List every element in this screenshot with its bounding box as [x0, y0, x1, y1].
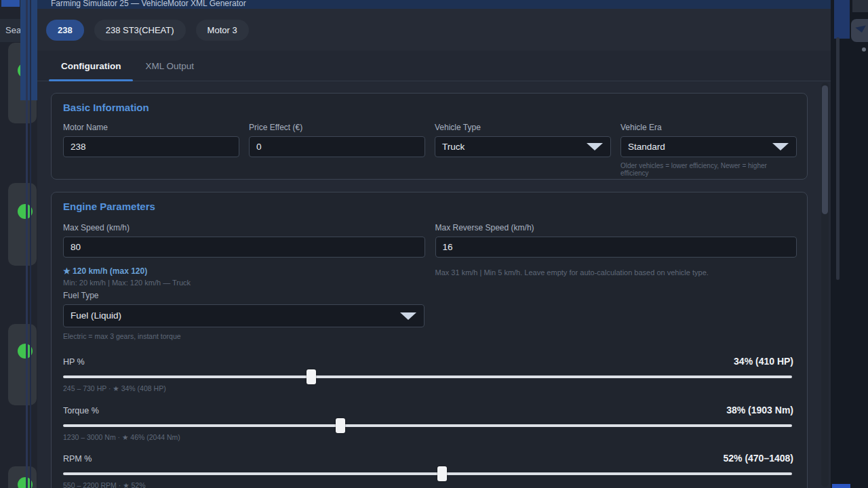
fuel-type-group: Fuel Type Fuel (Liquid) Electric = max 3…	[63, 291, 425, 340]
torque-slider-value: 38% (1903 Nm)	[726, 405, 795, 415]
torque-slider-hint: 1230 – 3000 Nm · ★ 46% (2044 Nm)	[63, 433, 795, 441]
view-tab-bar: Configuration XML Output	[37, 51, 831, 81]
motor-tab-motor-3[interactable]: Motor 3	[196, 20, 249, 41]
bullet-icon	[862, 47, 866, 52]
torque-slider-block: Torque % 38% (1903 Nm) 1230 – 3000 Nm · …	[63, 405, 795, 441]
hp-slider-label: HP %	[63, 357, 85, 367]
window-title: Farming Simulator 25 — VehicleMotor XML …	[51, 0, 831, 9]
tab-xml-output[interactable]: XML Output	[133, 51, 206, 81]
motor-tab-238-st3-cheat[interactable]: 238 ST3(CHEAT)	[94, 20, 186, 41]
basic-information-heading: Basic Information	[63, 102, 149, 113]
vehicle-type-select[interactable]: Truck	[435, 136, 611, 157]
max-speed-label: Max Speed (km/h)	[63, 223, 425, 232]
vehicle-type-value: Truck	[442, 142, 465, 152]
torque-slider-label: Torque %	[63, 406, 99, 415]
background-accent-fragment	[832, 484, 850, 488]
background-list-item[interactable]	[8, 324, 37, 405]
rpm-slider-label: RPM %	[63, 454, 92, 464]
torque-slider-handle[interactable]	[336, 418, 345, 433]
hp-slider-handle[interactable]	[307, 369, 316, 384]
max-reverse-speed-input[interactable]	[435, 237, 797, 258]
background-window-edge	[20, 0, 37, 100]
max-speed-group: Max Speed (km/h) ★ 120 km/h (max 120) Mi…	[63, 223, 425, 287]
rpm-slider-value: 52% (470–1408)	[723, 453, 795, 464]
background-block	[852, 0, 868, 12]
fuel-type-label: Fuel Type	[63, 291, 425, 300]
basic-information-card: Basic Information Motor Name Price Effec…	[51, 93, 808, 180]
motor-name-input[interactable]	[63, 136, 239, 157]
background-window-edge	[834, 0, 850, 39]
vehicle-era-hint: Older vehicles = lower efficiency, Newer…	[620, 162, 797, 177]
basic-information-fields: Motor Name Price Effect (€) Vehicle Type…	[63, 123, 797, 177]
max-speed-star-hint: ★ 120 km/h (max 120)	[63, 266, 425, 276]
vehicle-type-group: Vehicle Type Truck	[435, 123, 611, 177]
hp-slider-block: HP % 34% (410 HP) 245 – 730 HP · ★ 34% (…	[63, 356, 795, 392]
background-left-panel: Sea	[0, 0, 39, 488]
price-effect-label: Price Effect (€)	[249, 123, 425, 132]
background-list-item[interactable]	[8, 466, 37, 488]
motor-name-label: Motor Name	[63, 123, 239, 132]
rpm-slider-block: RPM % 52% (470–1408) 550 – 2200 RPM · ★ …	[63, 453, 795, 488]
scrollbar-thumb[interactable]	[822, 85, 828, 214]
vehicle-era-select[interactable]: Standard	[620, 136, 797, 157]
fuel-type-value: Fuel (Liquid)	[71, 310, 121, 321]
max-reverse-speed-label: Max Reverse Speed (km/h)	[435, 223, 797, 232]
rpm-slider-hint: 550 – 2200 RPM · ★ 52%	[63, 481, 795, 488]
vehicle-era-label: Vehicle Era	[620, 123, 797, 132]
fuel-type-select[interactable]: Fuel (Liquid)	[63, 304, 425, 327]
rpm-slider-track[interactable]	[63, 472, 792, 475]
background-titlebar-fragment	[1, 0, 20, 7]
app-window: Farming Simulator 25 — VehicleMotor XML …	[37, 0, 831, 488]
rpm-slider-handle[interactable]	[437, 466, 447, 481]
fuel-type-hint: Electric = max 3 gears, instant torque	[63, 332, 425, 340]
price-effect-input[interactable]	[249, 136, 425, 157]
engine-parameters-heading: Engine Parameters	[63, 201, 155, 212]
content-area: Basic Information Motor Name Price Effec…	[37, 81, 831, 488]
max-speed-input[interactable]	[63, 237, 425, 258]
hp-slider-hint: 245 – 730 HP · ★ 34% (408 HP)	[63, 384, 795, 392]
triangle-icon	[855, 25, 867, 33]
max-reverse-speed-hint: Max 31 km/h | Min 5 km/h. Leave empty fo…	[435, 268, 797, 277]
tab-configuration[interactable]: Configuration	[49, 51, 133, 81]
max-reverse-speed-group: Max Reverse Speed (km/h) Max 31 km/h | M…	[435, 223, 797, 287]
max-speed-range-hint: Min: 20 km/h | Max: 120 km/h — Truck	[63, 279, 425, 287]
torque-slider-track[interactable]	[63, 424, 792, 427]
window-left-border	[26, 0, 28, 488]
background-list-item[interactable]	[8, 183, 37, 266]
vehicle-era-group: Vehicle Era Standard Older vehicles = lo…	[620, 123, 797, 177]
background-right-panel	[831, 0, 868, 488]
chevron-down-icon	[400, 312, 416, 320]
motor-name-group: Motor Name	[63, 123, 239, 177]
motor-tab-238[interactable]: 238	[46, 20, 84, 41]
motor-tab-row: 238 238 ST3(CHEAT) Motor 3	[37, 9, 831, 51]
engine-parameters-card: Engine Parameters Max Speed (km/h) ★ 120…	[51, 192, 808, 488]
chevron-down-icon	[587, 143, 603, 150]
background-dropdown-fragment[interactable]	[851, 19, 868, 42]
vehicle-era-value: Standard	[628, 142, 665, 152]
vehicle-type-label: Vehicle Type	[435, 123, 611, 132]
speed-fields: Max Speed (km/h) ★ 120 km/h (max 120) Mi…	[63, 223, 797, 287]
hp-slider-track[interactable]	[63, 375, 792, 378]
hp-slider-value: 34% (410 HP)	[734, 356, 795, 367]
window-titlebar: Farming Simulator 25 — VehicleMotor XML …	[37, 0, 831, 9]
chevron-down-icon	[772, 143, 789, 150]
window-left-border-inner	[30, 0, 31, 488]
price-effect-group: Price Effect (€)	[249, 123, 425, 177]
background-scrollbar[interactable]	[836, 37, 840, 280]
